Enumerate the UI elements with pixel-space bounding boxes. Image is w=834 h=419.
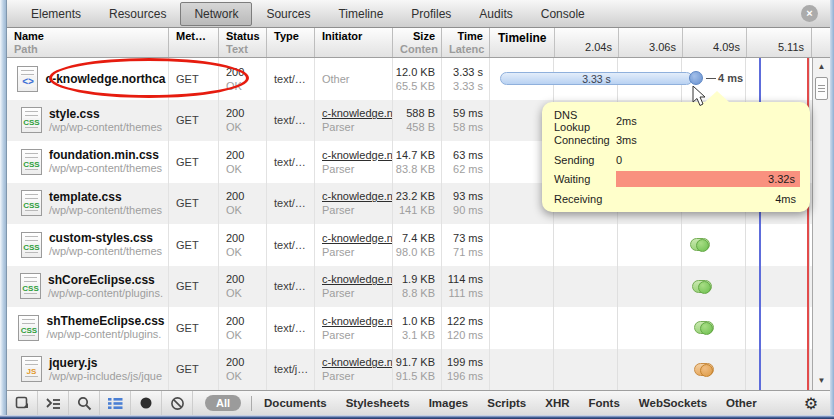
tab-sources[interactable]: Sources — [252, 2, 324, 26]
css-file-icon: CSS — [21, 149, 42, 175]
table-row[interactable]: CSS shThemeEclipse.css/wp/wp-content/plu… — [7, 307, 812, 349]
tab-profiles[interactable]: Profiles — [397, 2, 465, 26]
scroll-down-arrow-icon[interactable]: ▼ — [813, 374, 830, 388]
column-header-method[interactable]: Met… — [169, 28, 219, 57]
initiator-link[interactable]: c-knowledge.nc — [322, 106, 392, 120]
table-row[interactable]: JS jquery.js/wp/wp-includes/js/jque GET … — [7, 349, 812, 391]
clear-button[interactable] — [162, 391, 193, 415]
gear-icon[interactable]: ⚙ — [804, 394, 818, 413]
waiting-bar: 3.32s — [616, 171, 800, 187]
search-icon[interactable] — [69, 391, 100, 415]
html-file-icon: <> — [17, 66, 38, 92]
receiving-value: 4ms — [775, 193, 800, 205]
initiator-link[interactable]: c-knowledge.nc — [322, 314, 392, 328]
css-file-icon: CSS — [18, 315, 39, 341]
column-header-type[interactable]: Type — [267, 28, 315, 57]
latency-label: 4 ms — [706, 72, 743, 84]
timeline-bar[interactable]: 3.33 s — [500, 72, 693, 85]
column-header-timeline[interactable]: Timeline 2.04s 3.06s 4.09s 5.11s — [490, 28, 812, 57]
initiator-link[interactable]: c-knowledge.nc — [322, 231, 392, 245]
initiator-link[interactable]: c-knowledge.nc — [322, 355, 392, 369]
window-frame-left — [0, 0, 7, 419]
table-row[interactable]: CSS shCoreEclipse.css/wp/wp-content/plug… — [7, 266, 812, 308]
js-file-icon: JS — [21, 356, 42, 382]
tab-network[interactable]: Network — [180, 2, 252, 26]
filter-fonts[interactable]: Fonts — [589, 397, 620, 409]
dns-value: 2ms — [616, 115, 637, 127]
timeline-status-dot-green[interactable] — [692, 280, 712, 293]
column-header-size[interactable]: SizeConten — [393, 28, 442, 57]
filter-xhr[interactable]: XHR — [545, 397, 569, 409]
scroll-up-arrow-icon[interactable]: ▲ — [813, 60, 830, 74]
column-header-name[interactable]: Name Path — [7, 28, 169, 57]
timeline-status-dot-green[interactable] — [694, 321, 714, 334]
tab-elements[interactable]: Elements — [17, 2, 95, 26]
timeline-tick: 5.11s — [490, 41, 804, 54]
dock-side-button[interactable] — [7, 391, 38, 415]
tab-console[interactable]: Console — [527, 2, 599, 26]
css-file-icon: CSS — [21, 232, 42, 258]
window-frame-right — [830, 0, 834, 419]
css-file-icon: CSS — [21, 190, 42, 216]
tab-audits[interactable]: Audits — [465, 2, 526, 26]
initiator-link[interactable]: c-knowledge.nc — [322, 189, 392, 203]
window-frame-bottom — [0, 415, 834, 419]
timeline-status-dot-orange[interactable] — [694, 363, 714, 376]
mouse-cursor — [692, 86, 707, 107]
column-header-status[interactable]: StatusText — [219, 28, 267, 57]
connecting-value: 3ms — [616, 134, 637, 146]
tab-timeline[interactable]: Timeline — [324, 2, 397, 26]
filter-documents[interactable]: Documents — [264, 397, 327, 409]
filter-stylesheets[interactable]: Stylesheets — [346, 397, 410, 409]
filter-images[interactable]: Images — [429, 397, 469, 409]
table-row[interactable]: CSS custom-styles.css/wp/wp-content/them… — [7, 224, 812, 266]
console-drawer-button[interactable] — [38, 391, 69, 415]
close-icon[interactable]: × — [801, 5, 818, 22]
timing-tooltip: DNS Lookup2ms Connecting3ms Sending0 Wai… — [542, 102, 810, 212]
filter-websockets[interactable]: WebSockets — [639, 397, 707, 409]
timeline-dot[interactable] — [689, 71, 703, 85]
table-header: Name Path Met… StatusText Type Initiator… — [7, 28, 830, 58]
timeline-status-dot-green[interactable] — [690, 238, 710, 251]
record-button[interactable] — [131, 391, 162, 415]
bottom-toolbar: All Documents Stylesheets Images Scripts… — [7, 390, 830, 415]
column-header-time[interactable]: TimeLatenc — [442, 28, 490, 57]
initiator-link[interactable]: c-knowledge.nc — [322, 148, 392, 162]
request-path: /wp/wp-content/themes — [49, 121, 162, 134]
large-rows-toggle[interactable] — [100, 391, 131, 415]
filter-other[interactable]: Other — [726, 397, 757, 409]
toolbar-divider — [251, 396, 252, 411]
css-file-icon: CSS — [20, 273, 41, 299]
sending-value: 0 — [616, 154, 622, 166]
filter-scripts[interactable]: Scripts — [487, 397, 526, 409]
column-header-initiator[interactable]: Initiator — [315, 28, 393, 57]
initiator-link[interactable]: c-knowledge.nc — [322, 272, 392, 286]
filter-all-button[interactable]: All — [205, 395, 241, 411]
scrollbar-thumb[interactable] — [815, 77, 828, 100]
css-file-icon: CSS — [21, 107, 42, 133]
annotation-ellipse — [49, 58, 249, 98]
devtools-window: Elements Resources Network Sources Timel… — [0, 0, 834, 419]
vertical-scrollbar[interactable]: ▲ ▼ — [812, 58, 830, 390]
tab-resources[interactable]: Resources — [95, 2, 180, 26]
devtools-tab-bar: Elements Resources Network Sources Timel… — [7, 0, 830, 28]
